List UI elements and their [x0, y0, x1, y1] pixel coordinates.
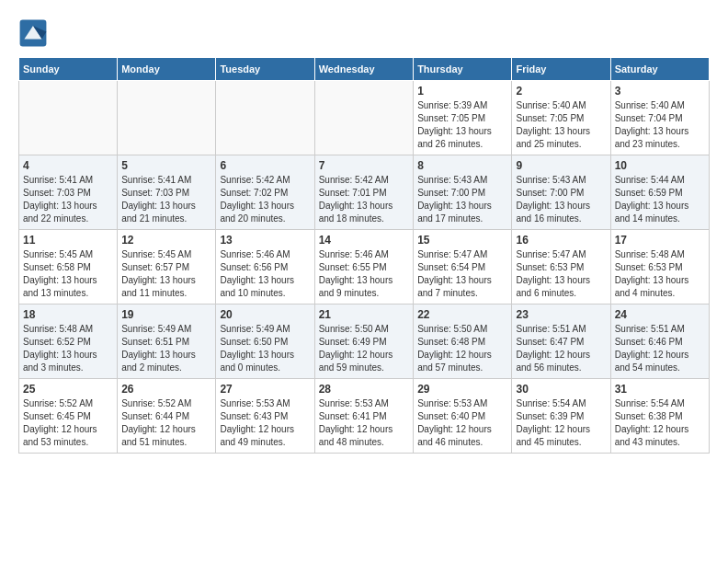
day-number: 8	[417, 159, 507, 172]
day-info: Sunrise: 5:48 AM Sunset: 6:53 PM Dayligh…	[615, 248, 705, 300]
calendar-cell: 31Sunrise: 5:54 AM Sunset: 6:38 PM Dayli…	[610, 379, 709, 454]
day-of-week-header: Sunday	[19, 58, 118, 81]
calendar-cell: 4Sunrise: 5:41 AM Sunset: 7:03 PM Daylig…	[19, 155, 118, 230]
day-of-week-header: Friday	[512, 58, 610, 81]
day-info: Sunrise: 5:40 AM Sunset: 7:04 PM Dayligh…	[615, 99, 705, 151]
day-number: 1	[417, 85, 507, 98]
logo-icon	[18, 18, 48, 48]
calendar-cell: 19Sunrise: 5:49 AM Sunset: 6:51 PM Dayli…	[118, 304, 216, 379]
calendar-cell: 29Sunrise: 5:53 AM Sunset: 6:40 PM Dayli…	[414, 379, 512, 454]
day-of-week-header: Saturday	[610, 58, 709, 81]
day-number: 5	[121, 159, 211, 172]
calendar-cell	[19, 81, 118, 155]
day-info: Sunrise: 5:41 AM Sunset: 7:03 PM Dayligh…	[121, 174, 211, 225]
calendar-week-row: 18Sunrise: 5:48 AM Sunset: 6:52 PM Dayli…	[19, 304, 710, 379]
day-number: 31	[615, 383, 705, 396]
calendar-header-row: SundayMondayTuesdayWednesdayThursdayFrid…	[19, 58, 710, 81]
day-number: 10	[615, 159, 705, 172]
day-info: Sunrise: 5:53 AM Sunset: 6:41 PM Dayligh…	[319, 397, 409, 449]
day-number: 30	[516, 383, 606, 396]
calendar-cell: 12Sunrise: 5:45 AM Sunset: 6:57 PM Dayli…	[118, 230, 216, 304]
calendar-cell: 26Sunrise: 5:52 AM Sunset: 6:44 PM Dayli…	[118, 379, 216, 454]
day-info: Sunrise: 5:53 AM Sunset: 6:40 PM Dayligh…	[417, 397, 507, 449]
day-info: Sunrise: 5:46 AM Sunset: 6:56 PM Dayligh…	[220, 248, 310, 300]
day-info: Sunrise: 5:49 AM Sunset: 6:50 PM Dayligh…	[220, 323, 310, 374]
day-number: 7	[319, 159, 409, 172]
calendar-cell: 6Sunrise: 5:42 AM Sunset: 7:02 PM Daylig…	[216, 155, 314, 230]
day-info: Sunrise: 5:39 AM Sunset: 7:05 PM Dayligh…	[417, 99, 507, 151]
calendar-cell	[118, 81, 216, 155]
calendar-cell: 15Sunrise: 5:47 AM Sunset: 6:54 PM Dayli…	[414, 230, 512, 304]
calendar-week-row: 11Sunrise: 5:45 AM Sunset: 6:58 PM Dayli…	[19, 230, 710, 304]
calendar-cell: 21Sunrise: 5:50 AM Sunset: 6:49 PM Dayli…	[314, 304, 413, 379]
day-info: Sunrise: 5:42 AM Sunset: 7:02 PM Dayligh…	[220, 174, 310, 225]
calendar-week-row: 25Sunrise: 5:52 AM Sunset: 6:45 PM Dayli…	[19, 379, 710, 454]
day-info: Sunrise: 5:50 AM Sunset: 6:48 PM Dayligh…	[417, 323, 507, 374]
day-info: Sunrise: 5:52 AM Sunset: 6:45 PM Dayligh…	[23, 397, 113, 449]
day-info: Sunrise: 5:48 AM Sunset: 6:52 PM Dayligh…	[23, 323, 113, 374]
calendar-cell: 11Sunrise: 5:45 AM Sunset: 6:58 PM Dayli…	[19, 230, 118, 304]
day-number: 15	[417, 234, 507, 247]
calendar-cell: 24Sunrise: 5:51 AM Sunset: 6:46 PM Dayli…	[610, 304, 709, 379]
day-info: Sunrise: 5:41 AM Sunset: 7:03 PM Dayligh…	[23, 174, 113, 225]
calendar-cell: 28Sunrise: 5:53 AM Sunset: 6:41 PM Dayli…	[314, 379, 413, 454]
day-info: Sunrise: 5:45 AM Sunset: 6:57 PM Dayligh…	[121, 248, 211, 300]
calendar-cell: 23Sunrise: 5:51 AM Sunset: 6:47 PM Dayli…	[512, 304, 610, 379]
day-number: 13	[220, 234, 310, 247]
calendar-cell: 9Sunrise: 5:43 AM Sunset: 7:00 PM Daylig…	[512, 155, 610, 230]
day-info: Sunrise: 5:44 AM Sunset: 6:59 PM Dayligh…	[615, 174, 705, 225]
calendar-week-row: 4Sunrise: 5:41 AM Sunset: 7:03 PM Daylig…	[19, 155, 710, 230]
day-info: Sunrise: 5:45 AM Sunset: 6:58 PM Dayligh…	[23, 248, 113, 300]
day-info: Sunrise: 5:53 AM Sunset: 6:43 PM Dayligh…	[220, 397, 310, 449]
day-number: 4	[23, 159, 113, 172]
day-number: 11	[23, 234, 113, 247]
day-number: 3	[615, 85, 705, 98]
day-number: 27	[220, 383, 310, 396]
calendar-cell: 1Sunrise: 5:39 AM Sunset: 7:05 PM Daylig…	[414, 81, 512, 155]
day-info: Sunrise: 5:42 AM Sunset: 7:01 PM Dayligh…	[319, 174, 409, 225]
calendar-table: SundayMondayTuesdayWednesdayThursdayFrid…	[18, 57, 710, 454]
calendar-cell: 13Sunrise: 5:46 AM Sunset: 6:56 PM Dayli…	[216, 230, 314, 304]
day-number: 18	[23, 308, 113, 321]
day-info: Sunrise: 5:46 AM Sunset: 6:55 PM Dayligh…	[319, 248, 409, 300]
day-number: 23	[516, 308, 606, 321]
day-of-week-header: Tuesday	[216, 58, 314, 81]
calendar-cell: 17Sunrise: 5:48 AM Sunset: 6:53 PM Dayli…	[610, 230, 709, 304]
day-of-week-header: Monday	[118, 58, 216, 81]
day-number: 29	[417, 383, 507, 396]
day-of-week-header: Thursday	[414, 58, 512, 81]
day-number: 9	[516, 159, 606, 172]
calendar-cell: 16Sunrise: 5:47 AM Sunset: 6:53 PM Dayli…	[512, 230, 610, 304]
calendar-cell	[216, 81, 314, 155]
calendar-cell: 2Sunrise: 5:40 AM Sunset: 7:05 PM Daylig…	[512, 81, 610, 155]
calendar-cell: 8Sunrise: 5:43 AM Sunset: 7:00 PM Daylig…	[414, 155, 512, 230]
day-number: 19	[121, 308, 211, 321]
day-info: Sunrise: 5:47 AM Sunset: 6:54 PM Dayligh…	[417, 248, 507, 300]
header	[18, 18, 710, 48]
day-info: Sunrise: 5:51 AM Sunset: 6:47 PM Dayligh…	[516, 323, 606, 374]
calendar-cell	[314, 81, 413, 155]
day-number: 12	[121, 234, 211, 247]
day-number: 6	[220, 159, 310, 172]
day-number: 20	[220, 308, 310, 321]
day-number: 14	[319, 234, 409, 247]
day-info: Sunrise: 5:40 AM Sunset: 7:05 PM Dayligh…	[516, 99, 606, 151]
calendar-cell: 27Sunrise: 5:53 AM Sunset: 6:43 PM Dayli…	[216, 379, 314, 454]
calendar-cell: 10Sunrise: 5:44 AM Sunset: 6:59 PM Dayli…	[610, 155, 709, 230]
day-info: Sunrise: 5:49 AM Sunset: 6:51 PM Dayligh…	[121, 323, 211, 374]
day-number: 24	[615, 308, 705, 321]
day-number: 22	[417, 308, 507, 321]
day-number: 2	[516, 85, 606, 98]
calendar-cell: 18Sunrise: 5:48 AM Sunset: 6:52 PM Dayli…	[19, 304, 118, 379]
calendar-cell: 7Sunrise: 5:42 AM Sunset: 7:01 PM Daylig…	[314, 155, 413, 230]
day-info: Sunrise: 5:43 AM Sunset: 7:00 PM Dayligh…	[417, 174, 507, 225]
day-number: 26	[121, 383, 211, 396]
day-number: 25	[23, 383, 113, 396]
day-info: Sunrise: 5:51 AM Sunset: 6:46 PM Dayligh…	[615, 323, 705, 374]
calendar-cell: 5Sunrise: 5:41 AM Sunset: 7:03 PM Daylig…	[118, 155, 216, 230]
day-info: Sunrise: 5:52 AM Sunset: 6:44 PM Dayligh…	[121, 397, 211, 449]
calendar-cell: 22Sunrise: 5:50 AM Sunset: 6:48 PM Dayli…	[414, 304, 512, 379]
calendar-cell: 25Sunrise: 5:52 AM Sunset: 6:45 PM Dayli…	[19, 379, 118, 454]
day-number: 16	[516, 234, 606, 247]
calendar-cell: 20Sunrise: 5:49 AM Sunset: 6:50 PM Dayli…	[216, 304, 314, 379]
